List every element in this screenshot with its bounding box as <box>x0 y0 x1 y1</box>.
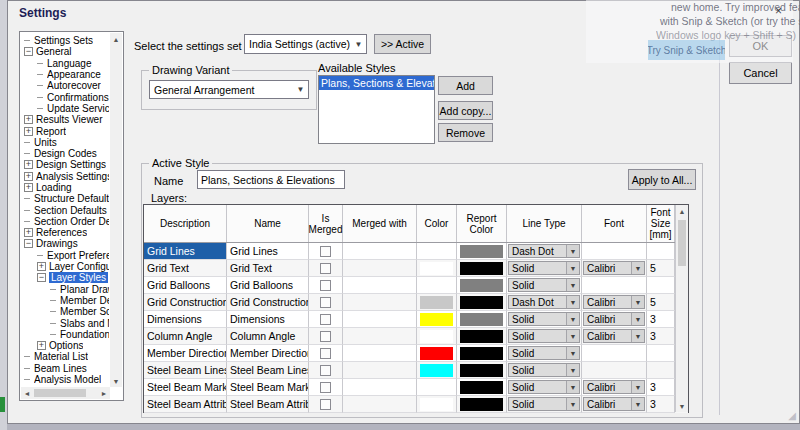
cell-is-merged[interactable] <box>309 345 343 362</box>
line-type-combobox[interactable]: Dash Dot▼ <box>508 295 580 309</box>
cell-font[interactable]: Calibri▼ <box>582 311 647 328</box>
cell-font-size[interactable]: 3 <box>647 311 675 328</box>
merged-checkbox[interactable] <box>320 348 331 359</box>
cell-name[interactable]: Steel Beam Attributes <box>227 396 309 413</box>
scroll-up-icon[interactable]: ▲ <box>110 33 122 45</box>
cell-font-size[interactable]: 3 <box>647 328 675 345</box>
table-vertical-scrollbar[interactable]: ▲ ▼ <box>675 205 688 412</box>
cell-report-color[interactable] <box>457 311 507 328</box>
cell-font[interactable]: ▼ <box>582 345 647 362</box>
cell-is-merged[interactable] <box>309 277 343 294</box>
tree-item[interactable]: + Report <box>22 125 109 136</box>
tree-expander-icon[interactable] <box>37 108 43 109</box>
cell-line-type[interactable]: Dash Dot▼ <box>507 243 582 260</box>
cell-report-color[interactable] <box>457 379 507 396</box>
line-type-combobox[interactable]: Solid▼ <box>508 346 580 360</box>
cell-description[interactable]: Steel Beam Attributes <box>144 396 227 413</box>
tree-item[interactable]: Confirmations <box>22 91 109 102</box>
color-swatch[interactable] <box>420 398 453 411</box>
merged-checkbox[interactable] <box>320 331 331 342</box>
font-combobox[interactable]: Calibri▼ <box>583 312 645 326</box>
tree-expander-icon[interactable] <box>37 63 43 64</box>
add-copy-button[interactable]: Add copy... <box>438 101 493 120</box>
cell-font[interactable]: Calibri▼ <box>582 379 647 396</box>
merged-checkbox[interactable] <box>320 382 331 393</box>
apply-to-all-button[interactable]: Apply to All... <box>628 169 696 190</box>
tree-item[interactable]: Appearance <box>22 69 109 80</box>
report-color-swatch[interactable] <box>460 262 503 275</box>
cell-font[interactable]: Calibri▼ <box>582 328 647 345</box>
tree-expander-icon[interactable]: − <box>24 239 33 248</box>
font-combobox[interactable]: Calibri▼ <box>583 380 645 394</box>
tree-expander-icon[interactable] <box>24 142 30 143</box>
tree-expander-icon[interactable]: + <box>24 160 33 169</box>
tree-expander-icon[interactable] <box>50 289 56 290</box>
tree-item[interactable]: + Analysis Settings <box>22 171 109 182</box>
remove-button[interactable]: Remove <box>438 123 493 142</box>
cell-description[interactable]: Grid Text <box>144 260 227 277</box>
tree-expander-icon[interactable] <box>37 85 43 86</box>
tree-expander-icon[interactable] <box>50 300 56 301</box>
cell-color[interactable] <box>417 328 457 345</box>
cell-font-size[interactable]: 5 <box>647 260 675 277</box>
tree-item[interactable]: Analysis Model <box>22 374 109 385</box>
cell-merged-with[interactable] <box>343 362 417 379</box>
cell-color[interactable] <box>417 345 457 362</box>
color-swatch[interactable] <box>420 364 453 377</box>
cell-name[interactable]: Dimensions <box>227 311 309 328</box>
cell-name[interactable]: Grid Text <box>227 260 309 277</box>
scroll-thumb[interactable] <box>34 389 86 397</box>
font-combobox[interactable]: Calibri▼ <box>583 295 645 309</box>
tree-item[interactable]: − Layer Styles <box>22 272 109 283</box>
cancel-button[interactable]: Cancel <box>729 62 792 84</box>
cell-font-size[interactable]: 3 <box>647 379 675 396</box>
font-combobox[interactable]: Calibri▼ <box>583 397 645 411</box>
style-name-input[interactable] <box>197 170 345 189</box>
cell-line-type[interactable]: Solid▼ <box>507 328 582 345</box>
cell-report-color[interactable] <box>457 328 507 345</box>
cell-report-color[interactable] <box>457 277 507 294</box>
tree-item[interactable]: + Loading <box>22 182 109 193</box>
cell-is-merged[interactable] <box>309 379 343 396</box>
cell-report-color[interactable] <box>457 345 507 362</box>
line-type-combobox[interactable]: Solid▼ <box>508 363 580 377</box>
tree-vertical-scrollbar[interactable]: ▲ ▼ <box>110 33 122 387</box>
report-color-swatch[interactable] <box>460 279 503 292</box>
report-color-swatch[interactable] <box>460 245 503 258</box>
cell-name[interactable]: Steel Beam Mark <box>227 379 309 396</box>
cell-line-type[interactable]: Solid▼ <box>507 311 582 328</box>
tree-expander-icon[interactable] <box>24 198 30 199</box>
drawing-variant-combobox[interactable]: General Arrangement ▼ <box>149 80 309 99</box>
line-type-combobox[interactable]: Dash Dot▼ <box>508 244 580 258</box>
cell-font[interactable]: ▼ <box>582 243 647 260</box>
cell-is-merged[interactable] <box>309 396 343 413</box>
cell-font-size[interactable] <box>647 362 675 379</box>
cell-is-merged[interactable] <box>309 362 343 379</box>
color-swatch[interactable] <box>420 245 453 258</box>
scroll-right-icon[interactable]: ► <box>98 387 110 399</box>
cell-description[interactable]: Steel Beam Lines <box>144 362 227 379</box>
cell-font-size[interactable] <box>647 345 675 362</box>
cell-is-merged[interactable] <box>309 260 343 277</box>
settings-set-combobox[interactable]: India Settings (active) ▼ <box>244 34 367 54</box>
line-type-combobox[interactable]: Solid▼ <box>508 261 580 275</box>
cell-font[interactable]: Calibri▼ <box>582 294 647 311</box>
scroll-left-icon[interactable]: ◄ <box>21 387 33 399</box>
line-type-combobox[interactable]: Solid▼ <box>508 380 580 394</box>
tree-expander-icon[interactable] <box>24 210 30 211</box>
tree-item[interactable]: Autorecover <box>22 80 109 91</box>
tree-expander-icon[interactable]: + <box>24 172 33 181</box>
tree-expander-icon[interactable]: − <box>37 273 46 282</box>
tree-expander-icon[interactable] <box>24 153 30 154</box>
tree-item[interactable]: Member Det <box>22 295 109 306</box>
tree-expander-icon[interactable] <box>37 74 43 75</box>
tree-expander-icon[interactable] <box>24 379 30 380</box>
tree-item[interactable]: Settings Sets <box>22 35 109 46</box>
cell-color[interactable] <box>417 277 457 294</box>
cell-font[interactable]: Calibri▼ <box>582 396 647 413</box>
line-type-combobox[interactable]: Solid▼ <box>508 397 580 411</box>
color-swatch[interactable] <box>420 313 453 326</box>
tree-item[interactable]: Export Preferenc <box>22 250 109 261</box>
cell-description[interactable]: Member Direction <box>144 345 227 362</box>
cell-description[interactable]: Grid Construction Li... <box>144 294 227 311</box>
